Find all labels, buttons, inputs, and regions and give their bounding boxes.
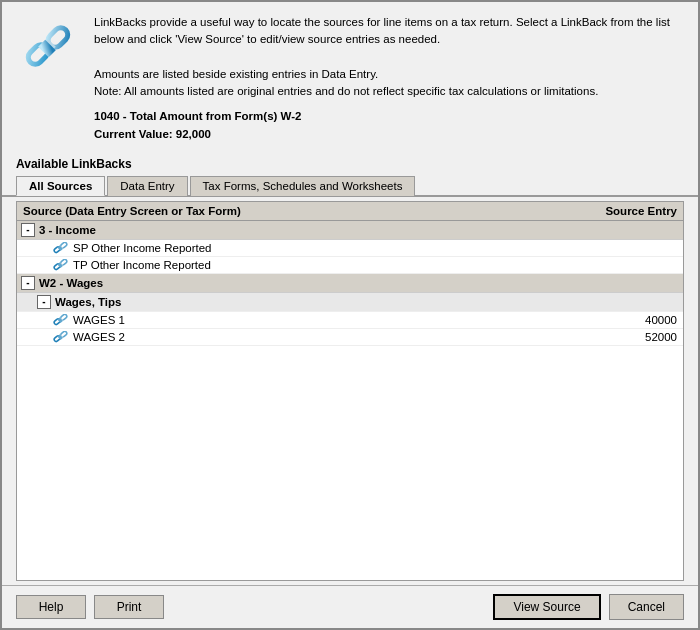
tab-tax-forms[interactable]: Tax Forms, Schedules and Worksheets — [190, 176, 416, 196]
linkbacks-table: Source (Data Entry Screen or Tax Form) S… — [16, 201, 684, 581]
group-income[interactable]: - 3 - Income — [17, 221, 683, 240]
footer-left-buttons: Help Print — [16, 595, 164, 619]
table-header: Source (Data Entry Screen or Tax Form) S… — [17, 202, 683, 221]
print-button[interactable]: Print — [94, 595, 164, 619]
table-row[interactable]: SP Other Income Reported — [17, 240, 683, 257]
row-sp-other-income: SP Other Income Reported — [73, 242, 579, 254]
form-info-line1: 1040 - Total Amount from Form(s) W-2 — [94, 108, 684, 125]
table-row[interactable]: WAGES 1 40000 — [17, 312, 683, 329]
help-button[interactable]: Help — [16, 595, 86, 619]
row-wages1-value: 40000 — [583, 314, 677, 326]
header-description: LinkBacks provide a useful way to locate… — [94, 14, 684, 143]
group-w2-label: W2 - Wages — [39, 277, 103, 289]
available-linkbacks-title: Available LinkBacks — [2, 153, 698, 175]
header-section: LinkBacks provide a useful way to locate… — [2, 2, 698, 153]
desc-line3: Amounts are listed beside existing entri… — [94, 68, 378, 80]
group-w2[interactable]: - W2 - Wages — [17, 274, 683, 293]
tab-data-entry[interactable]: Data Entry — [107, 176, 187, 196]
table-row[interactable]: TP Other Income Reported — [17, 257, 683, 274]
desc-line4: Note: All amounts listed are original en… — [94, 85, 598, 97]
desc-line1: LinkBacks provide a useful way to locate… — [94, 16, 670, 28]
form-info-line2: Current Value: 92,000 — [94, 126, 684, 143]
main-dialog: LinkBacks provide a useful way to locate… — [0, 0, 700, 630]
expand-wages-tips-btn[interactable]: - — [37, 295, 51, 309]
link-icon — [53, 314, 69, 326]
link-icon — [53, 242, 69, 254]
tab-all-sources[interactable]: All Sources — [16, 176, 105, 196]
table-row[interactable]: WAGES 2 52000 — [17, 329, 683, 346]
sub-group-wages-tips-label: Wages, Tips — [55, 296, 121, 308]
footer: Help Print View Source Cancel — [2, 585, 698, 628]
footer-right-buttons: View Source Cancel — [493, 594, 684, 620]
link-icon — [53, 259, 69, 271]
row-wages2: WAGES 2 — [73, 331, 579, 343]
desc-line2: below and click 'View Source' to edit/vi… — [94, 33, 440, 45]
col-entry-header: Source Entry — [577, 205, 677, 217]
sub-group-wages-tips[interactable]: - Wages, Tips — [17, 293, 683, 312]
link-icon — [53, 331, 69, 343]
row-wages1: WAGES 1 — [73, 314, 579, 326]
view-source-button[interactable]: View Source — [493, 594, 600, 620]
cancel-button[interactable]: Cancel — [609, 594, 684, 620]
col-source-header: Source (Data Entry Screen or Tax Form) — [23, 205, 577, 217]
row-tp-other-income: TP Other Income Reported — [73, 259, 579, 271]
expand-income-btn[interactable]: - — [21, 223, 35, 237]
row-wages2-value: 52000 — [583, 331, 677, 343]
group-income-label: 3 - Income — [39, 224, 96, 236]
chain-link-icon — [16, 14, 80, 78]
expand-w2-btn[interactable]: - — [21, 276, 35, 290]
tabs-bar: All Sources Data Entry Tax Forms, Schedu… — [2, 175, 698, 197]
